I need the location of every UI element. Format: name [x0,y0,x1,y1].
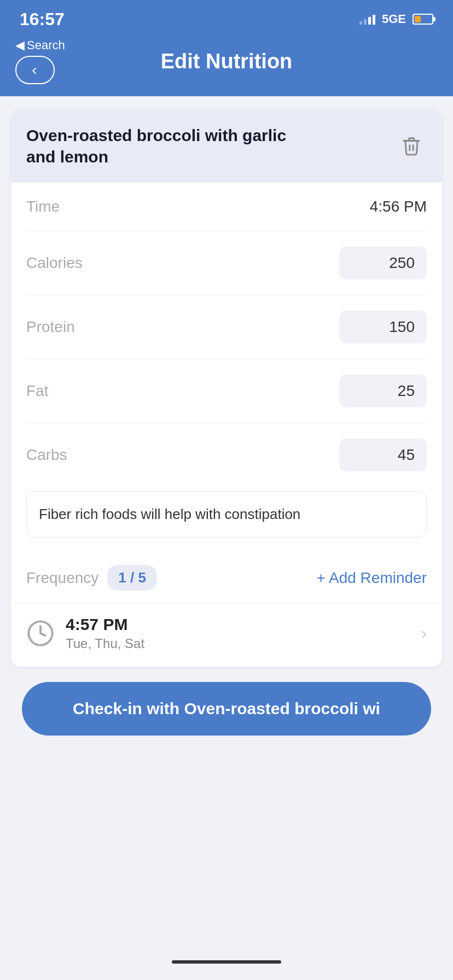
notes-box[interactable]: Fiber rich foods will help with constipa… [26,491,427,538]
signal-bars-icon [359,14,375,25]
nutrition-card: Oven-roasted broccoli with garlic and le… [11,109,442,667]
carbs-label: Carbs [26,446,67,464]
protein-row: Protein [26,295,427,359]
back-search-label: ◀ Search [15,38,65,52]
page-title: Edit Nutrition [161,50,293,73]
calories-input[interactable] [339,247,427,279]
status-bar: 16:57 5GE [0,0,453,33]
fat-row: Fat [26,359,427,423]
time-label: Time [26,198,60,215]
back-button[interactable]: ‹ [15,56,55,84]
calories-row: Calories [26,231,427,295]
add-reminder-label: + Add Reminder [316,569,427,587]
trash-icon [401,136,422,156]
carbs-row: Carbs [26,423,427,487]
status-icons: 5GE [359,12,433,26]
protein-label: Protein [26,318,75,336]
status-time: 16:57 [20,9,65,30]
network-type: 5GE [382,12,406,26]
home-bar [172,960,281,964]
carbs-input[interactable] [339,439,427,471]
nav-bar: ◀ Search ‹ Edit Nutrition [0,33,453,96]
home-indicator [0,949,453,980]
time-row: Time 4:56 PM [26,183,427,231]
fat-label: Fat [26,382,48,400]
add-reminder-button[interactable]: + Add Reminder [316,569,427,587]
main-content: Oven-roasted broccoli with garlic and le… [0,96,453,760]
time-value: 4:56 PM [370,198,427,215]
fat-input[interactable] [339,375,427,407]
battery-icon [413,14,433,25]
back-chevron-icon: ‹ [32,62,37,78]
frequency-badge: 1 / 5 [107,565,157,591]
reminder-chevron-icon: › [421,624,427,643]
notes-text: Fiber rich foods will help with constipa… [39,506,300,522]
frequency-row: Frequency 1 / 5 + Add Reminder [11,553,442,603]
protein-input[interactable] [339,311,427,343]
food-name: Oven-roasted broccoli with garlic and le… [26,125,311,167]
calories-label: Calories [26,254,83,272]
checkin-button[interactable]: Check-in with Oven-roasted broccoli wi [22,682,431,736]
food-header: Oven-roasted broccoli with garlic and le… [11,109,442,183]
reminder-time: 4:57 PM [66,615,421,634]
clock-icon [26,619,55,648]
form-section: Time 4:56 PM Calories Protein Fat Carbs [11,183,442,487]
reminder-row[interactable]: 4:57 PM Tue, Thu, Sat › [11,603,442,667]
reminder-days: Tue, Thu, Sat [66,636,421,651]
frequency-label: Frequency [26,569,98,587]
delete-button[interactable] [396,131,427,161]
reminder-info: 4:57 PM Tue, Thu, Sat [66,615,421,651]
